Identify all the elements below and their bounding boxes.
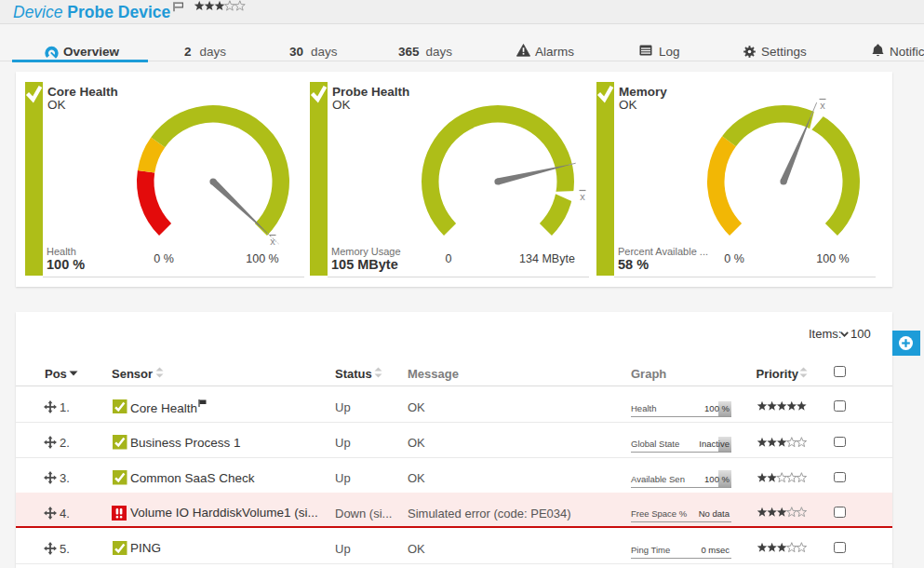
svg-text:x: x: [580, 191, 585, 202]
svg-text:x: x: [270, 236, 275, 247]
svg-text:x: x: [820, 100, 825, 111]
